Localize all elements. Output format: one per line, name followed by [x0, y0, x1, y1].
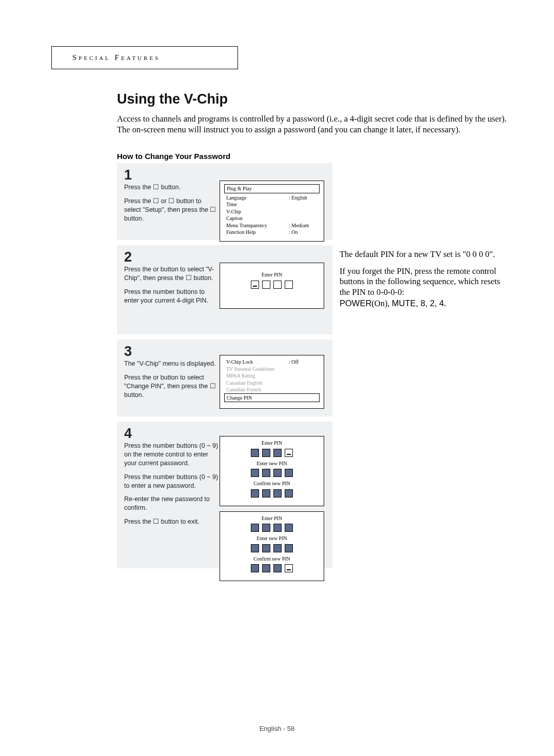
- pin-box: [262, 564, 270, 572]
- pin-row: [224, 281, 320, 289]
- pin-box: [273, 281, 282, 289]
- osd-row: Function Help: On: [224, 229, 320, 236]
- step-3-text: 3 The "V-Chip" menu is displayed. Press …: [124, 345, 220, 405]
- step-line: Press the ☐ button to exit.: [124, 518, 220, 526]
- step-line: The "V-Chip" menu is displayed.: [124, 360, 220, 368]
- osd-row: Canadian French: [224, 386, 320, 393]
- step-line: Press the ☐ button.: [124, 183, 220, 192]
- step-line: Press the or button to select "V-Chip", …: [124, 265, 220, 283]
- page-title: Using the V-Chip: [117, 91, 228, 107]
- osd-row: Language: English: [224, 194, 320, 202]
- osd-enter-pin: Enter PIN: [220, 263, 324, 309]
- step-number: 4: [124, 427, 220, 441]
- osd-row: Menu Transparency: Medium: [224, 222, 320, 229]
- pin-box: [285, 489, 293, 498]
- pin-box: [273, 489, 282, 498]
- pin-box: [273, 524, 282, 532]
- pin-box: [285, 564, 293, 572]
- pin-box: [285, 469, 293, 477]
- step-line: Press the number buttons to enter your c…: [124, 288, 220, 305]
- pin-box: [251, 469, 259, 477]
- section-header-box: Special Features: [51, 46, 238, 69]
- step-number: 3: [124, 345, 220, 359]
- osd-pin-panel-a: Enter PIN Enter new PIN Confirm new PIN: [220, 436, 324, 506]
- pin-box: [251, 489, 259, 498]
- pin-box: [285, 449, 293, 457]
- step-3: 3 The "V-Chip" menu is displayed. Press …: [117, 340, 332, 416]
- osd-selected-row: Change PIN: [224, 393, 320, 403]
- pin-box: [262, 449, 270, 457]
- osd-row: Canadian English: [224, 380, 320, 387]
- note-reset-pin: If you forget the PIN, press the remote …: [340, 266, 506, 309]
- osd-row: V-Chip: [224, 208, 320, 215]
- sidebar-notes: The default PIN for a new TV set is "0 0…: [340, 249, 506, 315]
- pin-box: [285, 544, 293, 552]
- step-line: Re-enter the new password to confirm.: [124, 495, 220, 512]
- osd-vchip: V-Chip Lock: Off TV Parental Guidelines …: [220, 355, 324, 409]
- pin-box: [251, 281, 259, 289]
- osd-setup: Plug & Play Language: English Time V-Chi…: [220, 181, 324, 242]
- osd-row: V-Chip Lock: Off: [224, 359, 320, 366]
- step-line: Press the number buttons (0 ~ 9) to ente…: [124, 473, 220, 490]
- pin-box: [273, 469, 282, 477]
- pin-box: [262, 469, 270, 477]
- pin-box: [273, 564, 282, 572]
- step-2: 2 Press the or button to select "V-Chip"…: [117, 245, 332, 334]
- osd-row: Time: [224, 201, 320, 208]
- pin-box: [273, 449, 282, 457]
- step-line: Press the number buttons (0 ~ 9) on the …: [124, 442, 220, 468]
- pin-box: [262, 489, 270, 498]
- step-1: 1 Press the ☐ button. Press the ☐ or ☐ b…: [117, 163, 332, 240]
- page-footer: English - 58: [0, 725, 554, 732]
- pin-box: [262, 544, 270, 552]
- step-line: Press the ☐ or ☐ button to select "Setup…: [124, 197, 220, 223]
- pin-box: [285, 281, 293, 289]
- osd-pin-stack: Enter PIN Enter new PIN Confirm new PIN …: [220, 436, 324, 581]
- step-2-text: 2 Press the or button to select "V-Chip"…: [124, 250, 220, 310]
- pin-box: [251, 564, 259, 572]
- step-4-text: 4 Press the number buttons (0 ~ 9) on th…: [124, 427, 220, 531]
- intro-paragraph: Access to channels and programs is contr…: [117, 114, 507, 135]
- pin-label: Enter PIN: [224, 271, 320, 278]
- step-number: 1: [124, 168, 220, 182]
- pin-box: [251, 524, 259, 532]
- pin-box: [251, 544, 259, 552]
- pin-box: [273, 544, 282, 552]
- osd-row: MPAA Rating: [224, 372, 320, 380]
- step-line: Press the or button to select "Change PI…: [124, 373, 220, 400]
- step-1-text: 1 Press the ☐ button. Press the ☐ or ☐ b…: [124, 168, 220, 228]
- pin-box: [262, 281, 270, 289]
- osd-row: Caption: [224, 215, 320, 222]
- step-number: 2: [124, 250, 220, 264]
- osd-pin-panel-b: Enter PIN Enter new PIN Confirm new PIN: [220, 511, 324, 582]
- step-4: 4 Press the number buttons (0 ~ 9) on th…: [117, 422, 332, 568]
- subsection-heading: How to Change Your Password: [117, 152, 230, 161]
- note-default-pin: The default PIN for a new TV set is "0 0…: [340, 249, 506, 260]
- pin-box: [285, 524, 293, 532]
- steps-column: 1 Press the ☐ button. Press the ☐ or ☐ b…: [117, 163, 332, 573]
- osd-row: TV Parental Guidelines: [224, 366, 320, 373]
- pin-box: [262, 524, 270, 532]
- section-header-text: Special Features: [72, 53, 160, 62]
- pin-box: [251, 449, 259, 457]
- osd-selected-row: Plug & Play: [224, 184, 320, 193]
